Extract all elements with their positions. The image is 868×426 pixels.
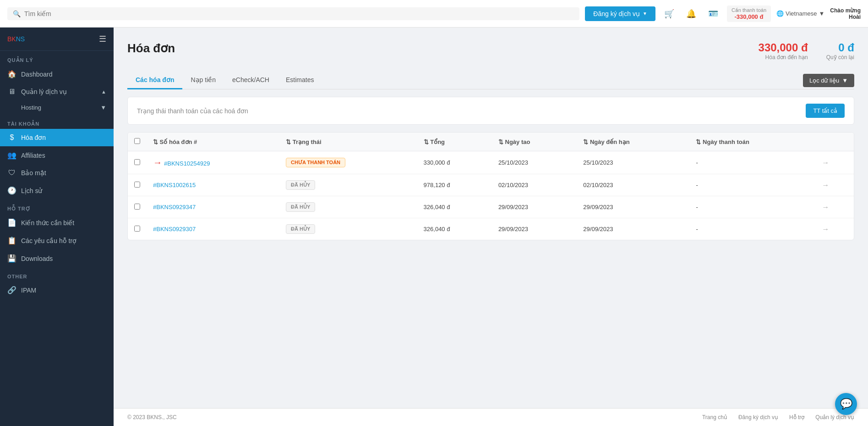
- invoice-number-cell: →#BKNS10254929: [147, 151, 279, 174]
- tabs-bar: Các hóa đơn Nạp tiền eCheck/ACH Estimate…: [127, 72, 854, 89]
- sidebar-item-quanly-dichvu[interactable]: 🖥 Quản lý dịch vụ ▲: [0, 83, 114, 100]
- footer-link-trangchu[interactable]: Trang chủ: [702, 414, 727, 420]
- sidebar-item-yeucau[interactable]: 📋 Các yêu cầu hỗ trợ: [0, 232, 114, 249]
- stat-due: 330,000 đ Hóa đơn đến hạn: [759, 41, 808, 61]
- tab-echeck[interactable]: eCheck/ACH: [224, 72, 278, 89]
- sidebar-item-kienthuc[interactable]: 📄 Kiến thức cần biết: [0, 214, 114, 232]
- sidebar-item-affiliates[interactable]: 👥 Affiliates: [0, 146, 114, 164]
- paid-cell: -: [689, 174, 815, 196]
- paid-cell: -: [689, 218, 815, 240]
- link-icon: 🔗: [7, 286, 16, 294]
- lang-caret-icon: ▼: [819, 10, 824, 17]
- sidebar-item-downloads[interactable]: 💾 Downloads: [0, 249, 114, 267]
- section-other: OTHER: [0, 267, 114, 281]
- sidebar-item-dashboard[interactable]: 🏠 Dashboard: [0, 65, 114, 83]
- th-action: [815, 133, 854, 151]
- row-checkbox[interactable]: [134, 226, 140, 232]
- invoices-table: ⇅ Số hóa đơn # ⇅ Trạng thái ⇅ Tổng ⇅ Ngà…: [128, 133, 854, 240]
- dropdown-caret-icon: ▼: [643, 11, 647, 16]
- sidebar-item-baomatam[interactable]: 🛡 Bảo mật: [0, 164, 114, 182]
- th-status[interactable]: ⇅ Trạng thái: [279, 133, 417, 151]
- th-invoice-number[interactable]: ⇅ Số hóa đơn #: [147, 133, 279, 151]
- footer-link-register[interactable]: Đăng ký dịch vụ: [738, 414, 778, 420]
- footer-links: Trang chủ Đăng ký dịch vụ Hỗ trợ Quản lý…: [702, 414, 854, 420]
- section-hotro: HỖ TRỢ: [0, 199, 114, 214]
- security-icon: 🛡: [7, 169, 16, 177]
- service-icon: 🖥: [7, 88, 16, 96]
- action-cell: →: [815, 218, 854, 240]
- status-cell: ĐÃ HỦY: [279, 218, 417, 240]
- balance-label: Cần thanh toán: [732, 7, 766, 13]
- invoice-number-cell: #BKNS1002615: [147, 174, 279, 196]
- status-badge: ĐÃ HỦY: [286, 202, 315, 212]
- chat-bubble-button[interactable]: 💬: [835, 393, 857, 415]
- footer-link-quanly[interactable]: Quản lý dịch vụ: [815, 414, 854, 420]
- search-input[interactable]: [24, 10, 574, 17]
- page-stats: 330,000 đ Hóa đơn đến hạn 0 đ Quỹ còn lạ…: [759, 41, 854, 61]
- invoice-number-cell: #BKNS0929307: [147, 218, 279, 240]
- invoice-link[interactable]: #BKNS10254929: [164, 160, 210, 167]
- row-checkbox[interactable]: [134, 159, 140, 165]
- sidebar-item-hosting[interactable]: Hosting ▼: [0, 100, 114, 115]
- total-cell: 330,000 đ: [417, 151, 492, 174]
- row-navigate-icon[interactable]: →: [822, 181, 829, 189]
- main-content: Hóa đơn 330,000 đ Hóa đơn đến hạn 0 đ Qu…: [114, 28, 868, 426]
- balance-widget[interactable]: Cần thanh toán -330,000 đ: [727, 6, 771, 22]
- invoice-link[interactable]: #BKNS1002615: [153, 182, 196, 188]
- menu-toggle-icon[interactable]: ☰: [99, 34, 106, 44]
- due-cell: 02/10/2023: [577, 174, 689, 196]
- invoice-link[interactable]: #BKNS0929307: [153, 226, 196, 232]
- total-cell: 978,120 đ: [417, 174, 492, 196]
- sidebar-logo-area: BKNS ☰: [0, 28, 114, 51]
- invoice-status-bar: Trạng thái thanh toán của các hoá đơn TT…: [127, 97, 854, 125]
- select-all-checkbox[interactable]: [134, 138, 140, 144]
- filter-button[interactable]: Lọc dữ liệu ▼: [803, 74, 854, 87]
- expand-arrow-icon: ▲: [101, 89, 106, 94]
- th-total[interactable]: ⇅ Tổng: [417, 133, 492, 151]
- paid-cell: -: [689, 196, 815, 218]
- table-row: →#BKNS10254929 CHƯA THANH TOÁN 330,000 đ…: [128, 151, 854, 174]
- footer-copyright: © 2023 BKNS., JSC: [127, 414, 177, 420]
- sidebar-item-lichsu[interactable]: 🕐 Lịch sử: [0, 182, 114, 199]
- tab-naptien[interactable]: Nạp tiền: [182, 72, 224, 89]
- due-cell: 29/09/2023: [577, 218, 689, 240]
- invoice-number-cell: #BKNS0929347: [147, 196, 279, 218]
- download-icon: 💾: [7, 254, 16, 263]
- red-arrow-indicator: →: [153, 157, 162, 167]
- tt-all-button[interactable]: TT tất cả: [806, 104, 845, 118]
- sidebar-item-ipam[interactable]: 🔗 IPAM: [0, 281, 114, 299]
- sidebar-item-hoadon[interactable]: $ Hóa đơn: [0, 129, 114, 146]
- th-due[interactable]: ⇅ Ngày đến hạn: [577, 133, 689, 151]
- footer-link-hotro[interactable]: Hỗ trợ: [789, 414, 804, 420]
- notification-icon[interactable]: 🔔: [683, 6, 699, 22]
- created-cell: 02/10/2023: [492, 174, 577, 196]
- search-bar[interactable]: 🔍: [7, 7, 579, 20]
- user-greeting[interactable]: Chào mừng Hoài: [830, 7, 861, 20]
- register-service-button[interactable]: Đăng ký dịch vụ ▼: [585, 6, 655, 21]
- language-selector[interactable]: 🌐 Vietnamese ▼: [776, 10, 824, 17]
- paid-cell: -: [689, 151, 815, 174]
- table-row: #BKNS1002615 ĐÃ HỦY 978,120 đ 02/10/2023…: [128, 174, 854, 196]
- row-navigate-icon[interactable]: →: [822, 203, 829, 211]
- row-navigate-icon[interactable]: →: [822, 159, 829, 166]
- row-checkbox-cell: [128, 218, 147, 240]
- tab-hoadon[interactable]: Các hóa đơn: [127, 72, 182, 89]
- support-request-icon: 📋: [7, 236, 16, 245]
- document-icon[interactable]: 🪪: [705, 6, 721, 22]
- home-icon: 🏠: [7, 70, 16, 78]
- row-checkbox[interactable]: [134, 204, 140, 210]
- row-checkbox-cell: [128, 174, 147, 196]
- th-created[interactable]: ⇅ Ngày tao: [492, 133, 577, 151]
- invoice-link[interactable]: #BKNS0929347: [153, 204, 196, 210]
- tab-estimates[interactable]: Estimates: [278, 72, 322, 89]
- th-paid[interactable]: ⇅ Ngày thanh toán: [689, 133, 815, 151]
- stat-due-label: Hóa đơn đến hạn: [759, 54, 808, 61]
- total-cell: 326,040 đ: [417, 196, 492, 218]
- row-checkbox[interactable]: [134, 182, 140, 188]
- row-navigate-icon[interactable]: →: [822, 225, 829, 233]
- stat-due-amount: 330,000 đ: [759, 41, 808, 54]
- cart-icon[interactable]: 🛒: [661, 6, 677, 22]
- page-title: Hóa đơn: [127, 41, 175, 55]
- th-select: [128, 133, 147, 151]
- status-badge: ĐÃ HỦY: [286, 180, 315, 190]
